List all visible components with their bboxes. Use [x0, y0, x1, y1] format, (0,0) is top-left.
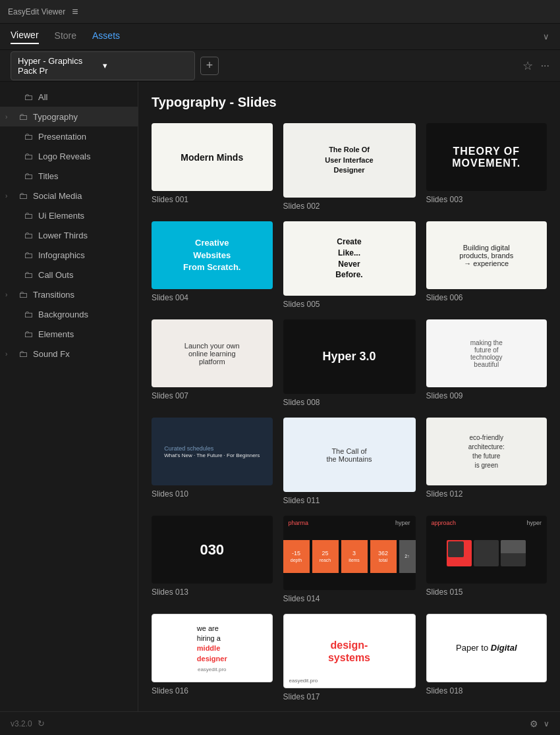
refresh-icon[interactable]: ↻ [38, 719, 45, 728]
folder-icon: 🗀 [24, 269, 33, 280]
sidebar-item-all[interactable]: 🗀 All [0, 87, 138, 107]
sidebar-item-label: Lower Thirds [38, 231, 130, 240]
sidebar-item-presentation[interactable]: 🗀 Presentation [0, 126, 138, 146]
item-label-016: Slides 016 [152, 686, 273, 695]
sidebar-item-transitions[interactable]: › 🗀 Transitions [0, 285, 138, 304]
sidebar-item-label: Typography [33, 112, 130, 122]
grid-item-014[interactable]: pharma hyper -15depth 25reach 3items 362… [283, 516, 416, 603]
grid-item-005[interactable]: CreateLike...NeverBefore. Slides 005 [283, 221, 416, 309]
project-dropdown-icon: ▾ [103, 61, 188, 70]
menu-icon[interactable]: ≡ [72, 6, 78, 18]
item-label-013: Slides 013 [152, 587, 273, 597]
grid-item-015[interactable]: approach hyper Slides 015 [426, 516, 547, 603]
tab-assets[interactable]: Assets [92, 30, 120, 43]
sidebar-item-label: Titles [38, 171, 130, 181]
grid-item-017[interactable]: design-systems easyedit.pro Slides 017 [283, 614, 416, 701]
settings-icon[interactable]: ⚙ [530, 719, 538, 729]
folder-icon: 🗀 [18, 111, 28, 122]
item-label-010: Slides 010 [152, 489, 273, 499]
item-label-001: Slides 001 [152, 195, 273, 204]
thumbnail-001: Modern Minds [152, 123, 273, 191]
project-name: Hyper - Graphics Pack Pr [18, 56, 103, 76]
thumbnail-009: making thefuture oftechnologybeautiful [426, 319, 547, 387]
sidebar-item-titles[interactable]: 🗀 Titles [0, 166, 138, 186]
sidebar-item-logo-reveals[interactable]: 🗀 Logo Reveals [0, 146, 138, 166]
sidebar-item-label: Transitions [33, 290, 130, 300]
grid-item-011[interactable]: The Call ofthe Mountains Slides 011 [283, 418, 416, 505]
item-label-015: Slides 015 [426, 587, 547, 597]
item-label-003: Slides 003 [426, 195, 547, 204]
sidebar-item-sound-fx[interactable]: › 🗀 Sound Fx [0, 344, 138, 364]
project-selector[interactable]: Hyper - Graphics Pack Pr ▾ [11, 51, 195, 80]
sidebar-item-lower-thirds[interactable]: 🗀 Lower Thirds [0, 225, 138, 245]
folder-icon: 🗀 [24, 230, 33, 240]
thumbnail-006: Building digitalproducts, brands→ experi… [426, 221, 547, 289]
grid-item-003[interactable]: THEORY OFMOVEMENT. Slides 003 [426, 123, 547, 211]
grid-item-013[interactable]: 030 Slides 013 [152, 516, 273, 603]
expand-arrow-icon: › [5, 350, 13, 358]
folder-icon: 🗀 [24, 329, 33, 339]
tab-store[interactable]: Store [55, 30, 76, 43]
grid-item-012[interactable]: eco-friendlyarchitecture:the futureis gr… [426, 418, 547, 505]
sidebar-item-backgrounds[interactable]: 🗀 Backgrounds [0, 304, 138, 324]
sidebar-item-label: Call Outs [38, 270, 130, 280]
thumbnail-015: approach hyper [426, 516, 547, 584]
sidebar-item-label: All [38, 92, 130, 102]
add-project-button[interactable]: + [200, 57, 219, 75]
item-label-018: Slides 018 [426, 686, 547, 695]
grid-item-007[interactable]: Launch your ownonline learningplatform S… [152, 319, 273, 407]
thumbnail-005: CreateLike...NeverBefore. [283, 221, 416, 296]
folder-icon: 🗀 [24, 92, 33, 102]
grid-item-002[interactable]: The Role OfUser InterfaceDesigner Slides… [283, 123, 416, 211]
folder-icon: 🗀 [24, 309, 33, 319]
thumbnail-004: CreativeWebsitesFrom Scratch. [152, 221, 273, 289]
sidebar-item-call-outs[interactable]: 🗀 Call Outs [0, 265, 138, 285]
sidebar-item-label: Backgrounds [38, 310, 130, 319]
sidebar-item-social-media[interactable]: › 🗀 Social Media [0, 186, 138, 205]
main-layout: 🗀 All › 🗀 Typography 🗀 Presentation 🗀 Lo… [0, 82, 560, 711]
thumbnail-014: pharma hyper -15depth 25reach 3items 362… [283, 516, 416, 590]
project-bar: Hyper - Graphics Pack Pr ▾ + ☆ ··· [0, 50, 560, 82]
tabbar: Viewer Store Assets ∨ [0, 24, 560, 50]
expand-arrow-icon: › [5, 291, 13, 298]
tab-viewer[interactable]: Viewer [11, 30, 39, 44]
sidebar-item-label: Elements [38, 329, 130, 339]
grid-item-010[interactable]: Curated schedulesWhat's New · The Future… [152, 418, 273, 505]
tab-expand-icon[interactable]: ∨ [543, 32, 549, 41]
thumbnail-016: we arehiring amiddledesigner easyedit.pr… [152, 614, 273, 682]
chevron-down-icon[interactable]: ∨ [544, 719, 549, 728]
item-label-009: Slides 009 [426, 391, 547, 400]
expand-arrow-icon: › [5, 113, 13, 121]
item-label-011: Slides 011 [283, 496, 416, 505]
grid-item-001[interactable]: Modern Minds Slides 001 [152, 123, 273, 211]
folder-icon: 🗀 [18, 190, 28, 201]
grid-item-018[interactable]: Paper to Digital Slides 018 [426, 614, 547, 701]
sidebar-item-elements[interactable]: 🗀 Elements [0, 324, 138, 344]
sidebar-item-typography[interactable]: › 🗀 Typography [0, 107, 138, 126]
folder-icon: 🗀 [24, 151, 33, 161]
item-label-008: Slides 008 [283, 398, 416, 407]
grid-item-004[interactable]: CreativeWebsitesFrom Scratch. Slides 004 [152, 221, 273, 309]
item-label-014: Slides 014 [283, 594, 416, 603]
sidebar-item-label: Infographics [38, 250, 130, 260]
item-label-007: Slides 007 [152, 391, 273, 400]
titlebar: EasyEdit Viewer ≡ [0, 0, 560, 24]
content-title: Typography - Slides [152, 95, 547, 110]
statusbar: v3.2.0 ↻ ⚙ ∨ [0, 711, 560, 735]
thumbnail-013: 030 [152, 516, 273, 584]
grid-item-009[interactable]: making thefuture oftechnologybeautiful S… [426, 319, 547, 407]
item-label-017: Slides 017 [283, 692, 416, 701]
grid-item-006[interactable]: Building digitalproducts, brands→ experi… [426, 221, 547, 309]
favorite-icon[interactable]: ☆ [522, 59, 533, 73]
item-label-006: Slides 006 [426, 293, 547, 302]
sidebar-item-infographics[interactable]: 🗀 Infographics [0, 245, 138, 265]
sidebar-item-label: Ui Elements [38, 211, 130, 221]
thumbnail-010: Curated schedulesWhat's New · The Future… [152, 418, 273, 485]
thumbnail-007: Launch your ownonline learningplatform [152, 319, 273, 387]
sidebar-item-label: Sound Fx [33, 349, 130, 359]
grid-item-008[interactable]: Hyper 3.0 Slides 008 [283, 319, 416, 407]
sidebar-item-ui-elements[interactable]: 🗀 Ui Elements [0, 205, 138, 225]
grid-item-016[interactable]: we arehiring amiddledesigner easyedit.pr… [152, 614, 273, 701]
folder-icon: 🗀 [24, 131, 33, 142]
more-options-icon[interactable]: ··· [541, 60, 549, 72]
